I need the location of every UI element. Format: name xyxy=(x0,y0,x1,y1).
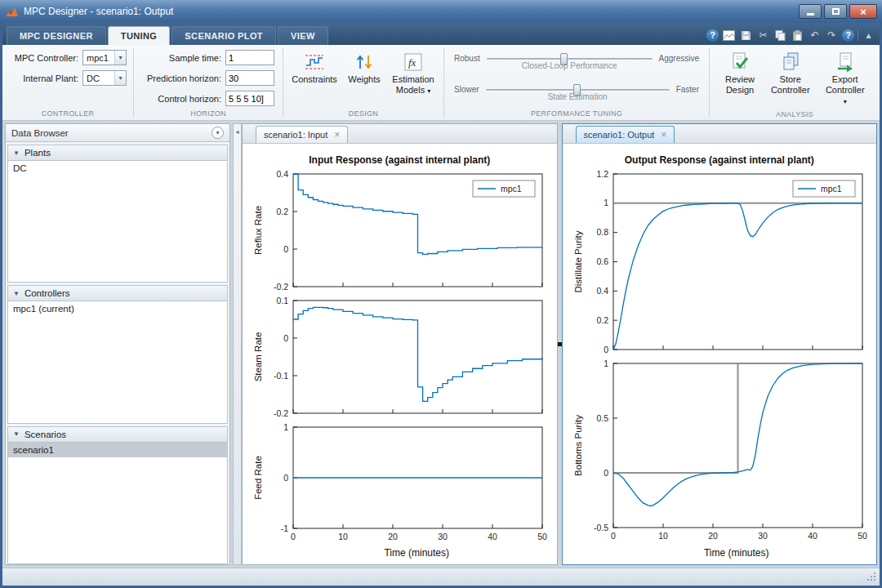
button-label: Controller xyxy=(771,85,810,96)
close-icon[interactable]: × xyxy=(661,130,666,140)
close-icon[interactable]: × xyxy=(334,130,340,140)
help-icon[interactable]: ? xyxy=(706,29,719,42)
plants-section-header[interactable]: ▼ Plants xyxy=(7,145,228,161)
plants-section: ▼ Plants DC xyxy=(7,145,228,283)
button-label: Store xyxy=(780,74,801,85)
tab-mpc-designer[interactable]: MPC DESIGNER xyxy=(7,26,106,45)
cut-icon[interactable]: ✂ xyxy=(756,29,770,42)
svg-text:20: 20 xyxy=(708,531,718,541)
mpc-controller-dropdown[interactable]: mpc1 ▾ xyxy=(82,50,127,65)
section-controller: MPC Controller: mpc1 ▾ Internal Plant: D… xyxy=(2,45,133,120)
button-label: Controller ▾ xyxy=(822,85,867,107)
svg-text:0: 0 xyxy=(604,468,608,478)
figure-plots: -0.200.20.4Reflux Ratempc1-0.2-0.100.1St… xyxy=(246,170,554,545)
svg-text:1: 1 xyxy=(604,198,608,207)
output-response-figure: Output Response (against internal plant)… xyxy=(563,144,877,564)
review-design-button[interactable]: Review Design xyxy=(717,50,763,97)
data-browser-menu-button[interactable]: ▾ xyxy=(212,127,224,139)
export-controller-button[interactable]: Export Controller ▾ xyxy=(817,50,872,109)
tab-tuning[interactable]: TUNING xyxy=(108,26,171,45)
svg-text:40: 40 xyxy=(488,532,497,541)
close-button[interactable]: × xyxy=(849,4,877,19)
svg-text:Feed Rate: Feed Rate xyxy=(253,456,263,500)
svg-text:1: 1 xyxy=(283,423,288,432)
status-bar xyxy=(2,568,880,586)
toolstrip: MPC Controller: mpc1 ▾ Internal Plant: D… xyxy=(2,45,880,121)
button-label: Export xyxy=(832,74,858,85)
section-horizon: Sample time: Prediction horizon: Control… xyxy=(134,45,283,120)
redo-icon[interactable]: ↷ xyxy=(825,29,839,42)
svg-text:-0.1: -0.1 xyxy=(274,371,288,381)
tab-scenario1-output[interactable]: scenario1: Output × xyxy=(576,126,675,143)
tab-scenario1-input[interactable]: scenario1: Input × xyxy=(256,126,348,143)
svg-text:30: 30 xyxy=(438,532,448,541)
svg-text:20: 20 xyxy=(388,532,398,541)
output-response-panel: scenario1: Output × Output Response (aga… xyxy=(562,123,878,565)
app-icon xyxy=(5,5,19,19)
maximize-button[interactable] xyxy=(824,4,847,19)
figure-xlabel: Time (minutes) xyxy=(566,545,874,563)
undo-icon[interactable]: ↶ xyxy=(808,29,822,42)
estimation-models-button[interactable]: fx Estimation Models ▾ xyxy=(390,50,436,98)
mpc-controller-label: MPC Controller: xyxy=(10,53,78,63)
svg-text:40: 40 xyxy=(808,531,817,541)
slider-track[interactable] xyxy=(487,58,653,60)
svg-text:Bottoms Purity: Bottoms Purity xyxy=(573,415,583,476)
svg-text:mpc1: mpc1 xyxy=(501,184,522,194)
constraints-button[interactable]: Constraints xyxy=(291,50,338,87)
tab-scenario-plot[interactable]: SCENARIO PLOT xyxy=(172,26,276,45)
button-label: Models ▾ xyxy=(396,85,431,96)
collapse-panel-strip[interactable]: ◂ xyxy=(233,123,242,565)
subplot: -0.500.5101020304050Bottoms Purity xyxy=(568,359,874,544)
chevron-down-icon: ▾ xyxy=(114,51,126,65)
data-browser-header: Data Browser ▾ xyxy=(6,124,229,142)
closed-loop-performance-slider[interactable]: Closed-Loop Performance xyxy=(487,51,653,74)
section-label-performance-tuning: PERFORMANCE TUNING xyxy=(444,108,709,120)
list-item-controller[interactable]: mpc1 (current) xyxy=(8,301,227,316)
section-title: Plants xyxy=(24,148,51,158)
scenarios-section: ▼ Scenarios scenario1 xyxy=(7,426,228,564)
state-estimation-slider[interactable]: State Estimation xyxy=(486,82,670,105)
subplot: -0.200.20.4Reflux Ratempc1 xyxy=(247,170,554,292)
control-horizon-input[interactable] xyxy=(225,91,274,106)
figure-title: Output Response (against internal plant) xyxy=(566,149,874,170)
app-frame: MPC DESIGNER TUNING SCENARIO PLOT VIEW ?… xyxy=(2,23,880,586)
svg-text:0: 0 xyxy=(283,473,288,483)
input-response-figure: Input Response (against internal plant) … xyxy=(243,144,557,564)
svg-text:mpc1: mpc1 xyxy=(821,184,842,194)
section-title: Scenarios xyxy=(24,430,66,439)
mpc-controller-value: mpc1 xyxy=(83,53,109,63)
paste-icon[interactable] xyxy=(791,29,804,42)
chevron-down-icon: ▾ xyxy=(114,71,126,85)
collapse-toolstrip-icon[interactable]: ▴ xyxy=(862,29,875,42)
toolbar-separator xyxy=(858,29,858,41)
svg-text:0.1: 0.1 xyxy=(276,296,288,305)
button-label: Constraints xyxy=(292,74,337,85)
copy-icon[interactable] xyxy=(773,29,787,42)
prediction-horizon-input[interactable] xyxy=(225,70,274,86)
save-icon[interactable] xyxy=(739,29,753,42)
minimize-button[interactable] xyxy=(799,4,822,19)
svg-text:1.2: 1.2 xyxy=(596,170,608,179)
internal-plant-dropdown[interactable]: DC ▾ xyxy=(82,70,127,86)
document-area: ◂ scenario1: Input × Input Response (aga… xyxy=(233,123,877,565)
help-doc-icon[interactable]: ? xyxy=(842,29,854,42)
resize-grip[interactable] xyxy=(866,572,877,582)
controllers-section-header[interactable]: ▼ Controllers xyxy=(7,285,228,301)
weights-button[interactable]: Weights xyxy=(341,50,387,87)
chevron-down-icon: ▾ xyxy=(844,98,847,105)
scenarios-section-header[interactable]: ▼ Scenarios xyxy=(7,426,228,443)
control-horizon-label: Control horizon: xyxy=(141,94,221,104)
tab-view[interactable]: VIEW xyxy=(278,26,328,45)
list-item-plant[interactable]: DC xyxy=(8,161,227,176)
screenshot-icon[interactable] xyxy=(722,29,736,42)
weights-icon xyxy=(354,51,375,73)
sample-time-input[interactable] xyxy=(225,50,274,65)
controllers-list: mpc1 (current) xyxy=(7,301,228,423)
svg-text:Distillate Purity: Distillate Purity xyxy=(573,230,583,292)
store-controller-button[interactable]: Store Controller xyxy=(766,50,814,97)
close-icon: × xyxy=(860,6,866,18)
collapse-triangle-icon: ▼ xyxy=(13,290,20,297)
list-item-scenario[interactable]: scenario1 xyxy=(8,443,227,457)
input-tabbar: scenario1: Input × xyxy=(243,124,557,144)
